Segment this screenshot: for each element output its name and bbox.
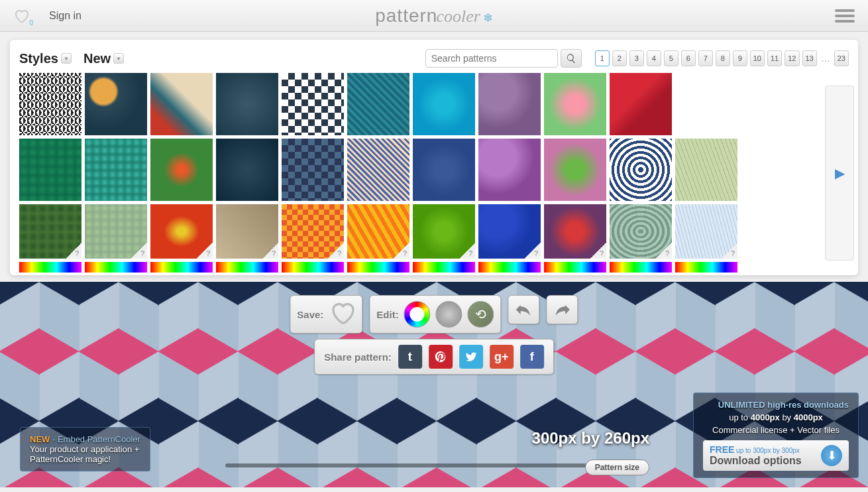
info-icon[interactable]: ? (140, 249, 144, 257)
redo-button[interactable] (547, 295, 578, 324)
size-readout: 300px by 260px (532, 429, 649, 448)
site-logo[interactable]: pattern cooler ❄ (375, 5, 493, 27)
color-swatch[interactable] (610, 262, 672, 273)
edit-label: Edit: (376, 309, 398, 320)
color-swatch[interactable] (675, 262, 737, 273)
info-icon[interactable]: ? (337, 249, 341, 257)
color-picker-button[interactable] (404, 301, 431, 328)
page-3[interactable]: 3 (629, 50, 644, 66)
embed-promo[interactable]: NEW - Embed PatternCooler Your product o… (20, 427, 150, 471)
pattern-thumbnail[interactable] (347, 139, 409, 201)
info-icon[interactable]: ? (534, 249, 538, 257)
info-icon[interactable]: ? (731, 249, 735, 257)
share-pinterest-button[interactable] (429, 345, 453, 369)
page-6[interactable]: 6 (681, 50, 696, 66)
pattern-thumbnail[interactable] (478, 73, 541, 135)
pattern-thumbnail[interactable]: ? (150, 204, 213, 259)
info-icon[interactable]: ? (206, 249, 210, 257)
size-slider-track[interactable] (225, 463, 610, 467)
pagination: 12345678910111213…23 (595, 50, 849, 66)
pattern-thumbnail[interactable]: ? (347, 204, 409, 259)
pattern-thumbnail[interactable] (610, 73, 672, 135)
pattern-thumbnail[interactable] (216, 139, 278, 201)
favorites-icon[interactable]: 0 (13, 8, 29, 24)
shuffle-button[interactable]: ⟲ (468, 301, 494, 328)
undo-button[interactable] (508, 295, 540, 324)
color-swatch[interactable] (85, 262, 147, 273)
search-button[interactable] (561, 49, 582, 68)
page-11[interactable]: 11 (767, 50, 782, 66)
download-options-button[interactable]: FREE up to 300px by 300px Download optio… (703, 440, 849, 471)
search-input[interactable] (425, 49, 558, 68)
new-label: New (83, 51, 111, 66)
pattern-thumbnail[interactable] (150, 73, 213, 135)
share-twitter-button[interactable] (459, 345, 483, 369)
info-icon[interactable]: ? (468, 249, 472, 257)
color-swatch[interactable] (282, 262, 344, 273)
pattern-thumbnail[interactable]: ? (19, 204, 81, 259)
color-swatch[interactable] (150, 262, 213, 273)
page-10[interactable]: 10 (750, 50, 765, 66)
size-slider-handle[interactable]: Pattern size (585, 460, 649, 475)
info-icon[interactable]: ? (75, 249, 79, 257)
page-last[interactable]: 23 (834, 50, 849, 66)
page-7[interactable]: 7 (698, 50, 713, 66)
pattern-thumbnail[interactable] (413, 73, 475, 135)
share-facebook-button[interactable]: f (520, 345, 544, 369)
page-2[interactable]: 2 (612, 50, 627, 66)
pattern-thumbnail[interactable] (610, 139, 672, 201)
page-4[interactable]: 4 (647, 50, 661, 66)
menu-icon[interactable] (835, 8, 855, 24)
share-googleplus-button[interactable]: g+ (490, 345, 514, 369)
color-swatch[interactable] (19, 262, 81, 273)
pattern-thumbnail[interactable] (85, 139, 147, 201)
pattern-thumbnail[interactable] (19, 139, 81, 201)
pattern-thumbnail[interactable] (150, 139, 213, 201)
texture-button[interactable] (436, 301, 462, 328)
save-favorite-button[interactable] (329, 300, 355, 329)
pattern-thumbnail[interactable]: ? (216, 204, 278, 259)
pattern-thumbnail[interactable]: ? (282, 204, 344, 259)
pattern-thumbnail[interactable] (19, 73, 81, 135)
info-icon[interactable]: ? (665, 249, 669, 257)
color-swatch[interactable] (544, 262, 606, 273)
color-swatch[interactable] (216, 262, 278, 273)
color-swatch[interactable] (478, 262, 541, 273)
pattern-thumbnail[interactable]: ? (610, 204, 672, 259)
color-swatch[interactable] (413, 262, 475, 273)
info-icon[interactable]: ? (403, 249, 407, 257)
top-header: 0 Sign in pattern cooler ❄ (0, 0, 868, 32)
signin-link[interactable]: Sign in (29, 10, 101, 22)
styles-dropdown[interactable]: Styles ▾ (19, 51, 77, 66)
pattern-thumbnail[interactable] (85, 73, 147, 135)
search-wrap (425, 49, 582, 68)
page-9[interactable]: 9 (733, 50, 747, 66)
unlimited-link[interactable]: UNLIMITED high-res downloads (703, 400, 849, 410)
pattern-thumbnail[interactable] (282, 73, 344, 135)
share-tumblr-button[interactable]: t (398, 345, 422, 369)
page-5[interactable]: 5 (664, 50, 678, 66)
page-1[interactable]: 1 (595, 50, 610, 66)
pattern-thumbnail[interactable]: ? (478, 204, 541, 259)
pattern-thumbnail[interactable] (347, 73, 409, 135)
page-12[interactable]: 12 (785, 50, 799, 66)
info-icon[interactable]: ? (600, 249, 604, 257)
pattern-thumbnail[interactable] (478, 139, 541, 201)
pattern-thumbnail[interactable] (413, 139, 475, 201)
pattern-thumbnail[interactable]: ? (544, 204, 606, 259)
pattern-thumbnail[interactable]: ? (675, 204, 737, 259)
page-13[interactable]: 13 (802, 50, 817, 66)
pattern-thumbnail[interactable]: ? (85, 204, 147, 259)
pattern-thumbnail[interactable]: ? (413, 204, 475, 259)
pattern-thumbnail[interactable] (675, 73, 737, 135)
pattern-thumbnail[interactable] (282, 139, 344, 201)
pattern-thumbnail[interactable] (675, 139, 737, 201)
pattern-thumbnail[interactable] (544, 73, 606, 135)
new-dropdown[interactable]: New ▾ (83, 51, 129, 66)
page-8[interactable]: 8 (716, 50, 730, 66)
pattern-thumbnail[interactable] (544, 139, 606, 201)
color-swatch[interactable] (347, 262, 409, 273)
info-icon[interactable]: ? (272, 249, 276, 257)
pattern-thumbnail[interactable] (216, 73, 278, 135)
next-page-button[interactable]: ▶ (825, 86, 854, 261)
